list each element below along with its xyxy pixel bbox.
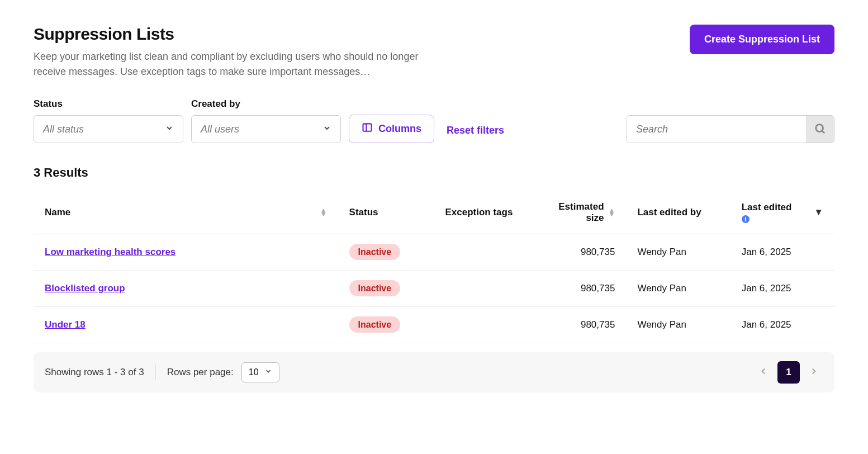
created-by-filter-value: All users [201,124,239,135]
table-row: Low marketing health scoresInactive980,7… [34,234,834,271]
pagination-next-button[interactable] [804,362,823,383]
page-subtitle: Keep your marketing list clean and compl… [34,49,425,79]
column-header-estimated-size-label: Estimated size [541,201,604,224]
columns-button-label: Columns [378,123,421,135]
info-icon: i [742,215,750,223]
cell-exception-tags [434,307,530,343]
cell-last-edited-by: Wendy Pan [626,234,730,271]
suppression-list-name-link[interactable]: Low marketing health scores [45,247,176,257]
cell-last-edited-by: Wendy Pan [626,307,730,343]
create-suppression-list-button[interactable]: Create Suppression List [690,25,834,54]
suppression-list-name-link[interactable]: Under 18 [45,319,86,330]
column-header-last-edited-label: Last edited [742,202,792,213]
cell-last-edited: Jan 6, 2025 [731,307,834,343]
created-by-filter-label: Created by [191,98,341,110]
rows-per-page-label: Rows per page: [167,367,234,378]
status-badge: Inactive [349,316,401,333]
pagination-page-1[interactable]: 1 [777,361,800,384]
rows-per-page-select[interactable]: 10 [241,362,279,382]
caret-down-icon: ▼ [814,207,823,218]
column-header-estimated-size[interactable]: Estimated size ▲▼ [530,191,626,234]
column-header-last-edited-by[interactable]: Last edited by [626,191,730,234]
search-button[interactable] [806,116,834,143]
page-header: Suppression Lists Keep your marketing li… [34,25,834,79]
columns-icon [362,122,373,136]
cell-estimated-size: 980,735 [530,271,626,307]
reset-filters-link[interactable]: Reset filters [442,118,509,143]
column-header-name-label: Name [45,207,70,218]
sort-icon: ▲▼ [609,209,615,216]
chevron-down-icon [165,124,174,135]
cell-exception-tags [434,271,530,307]
cell-estimated-size: 980,735 [530,307,626,343]
columns-button[interactable]: Columns [349,115,434,143]
cell-estimated-size: 980,735 [530,234,626,271]
sort-icon: ▲▼ [320,209,327,216]
status-badge: Inactive [349,244,401,260]
pagination-prev-button[interactable] [754,362,773,383]
cell-last-edited-by: Wendy Pan [626,271,730,307]
column-header-status[interactable]: Status [338,191,434,234]
rows-per-page-value: 10 [249,367,259,377]
table-row: Under 18Inactive980,735Wendy PanJan 6, 2… [34,307,834,343]
svg-point-2 [816,124,823,131]
suppression-list-name-link[interactable]: Blocklisted group [45,283,125,294]
pagination-showing-text: Showing rows 1 - 3 of 3 [45,367,144,378]
search-icon [814,122,826,136]
cell-last-edited: Jan 6, 2025 [731,271,834,307]
results-count: 3 Results [34,165,834,180]
status-filter-select[interactable]: All status [34,115,183,143]
cell-last-edited: Jan 6, 2025 [731,234,834,271]
suppression-lists-table: Name ▲▼ Status Exception tags Estimated … [34,191,834,343]
created-by-filter-select[interactable]: All users [191,115,341,143]
pagination-bar: Showing rows 1 - 3 of 3 Rows per page: 1… [34,352,834,392]
column-header-last-edited[interactable]: Last edited i ▼ [731,191,834,234]
table-row: Blocklisted groupInactive980,735Wendy Pa… [34,271,834,307]
status-filter-value: All status [43,124,84,135]
search-input[interactable] [627,116,806,143]
status-badge: Inactive [349,280,401,296]
column-header-name[interactable]: Name ▲▼ [34,191,338,234]
svg-line-3 [822,131,824,133]
filter-bar: Status All status Created by All users C… [34,98,834,143]
chevron-down-icon [264,367,272,377]
search-field-wrapper [627,115,834,143]
divider [155,365,156,380]
status-filter-label: Status [34,98,183,110]
column-header-exception-tags[interactable]: Exception tags [434,191,530,234]
page-title: Suppression Lists [34,25,425,44]
svg-rect-0 [363,124,372,131]
chevron-down-icon [322,124,331,135]
cell-exception-tags [434,234,530,271]
